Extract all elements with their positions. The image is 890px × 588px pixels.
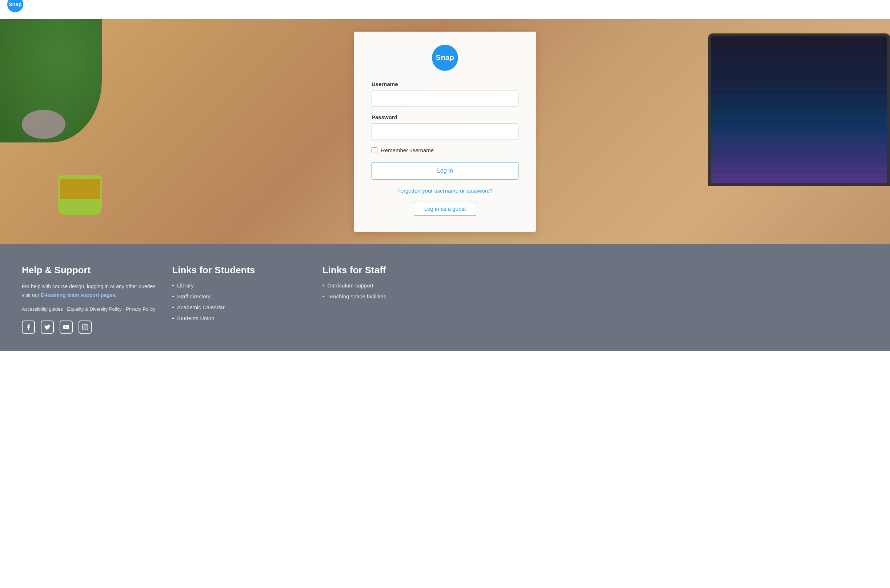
svg-point-2 [84, 326, 86, 328]
hero-section: Snap Username Password Remember username… [0, 19, 890, 244]
login-button[interactable]: Log in [372, 162, 518, 180]
footer-grid: Help & Support For help with course desi… [22, 265, 458, 334]
academic-calendar-link[interactable]: Academic Calendar [177, 304, 225, 310]
footer-help-title: Help & Support [22, 265, 158, 276]
username-label: Username [372, 81, 518, 87]
header: Snap [0, 0, 890, 19]
login-card: Snap Username Password Remember username… [354, 32, 536, 232]
login-logo: Snap [432, 45, 458, 71]
footer-staff-title: Links for Staff [323, 265, 458, 276]
decorative-laptop-screen [711, 36, 887, 183]
students-links-list: Library Staff directory Academic Calenda… [172, 282, 308, 322]
password-label: Password [372, 114, 518, 120]
decorative-cup [58, 175, 102, 215]
password-input[interactable] [372, 123, 518, 140]
footer-students-title: Links for Students [172, 265, 308, 276]
guest-login-button[interactable]: Log in as a guest [414, 202, 476, 216]
remember-checkbox[interactable] [372, 147, 377, 153]
header-logo[interactable]: Snap [7, 0, 23, 12]
youtube-icon[interactable] [60, 321, 73, 334]
accessibility-link[interactable]: Accessibility guides [22, 306, 63, 312]
list-item: Staff directory [172, 293, 308, 300]
forgot-password-link[interactable]: Forgotten your username or password? [398, 188, 493, 194]
username-input[interactable] [372, 90, 518, 107]
twitter-icon[interactable] [41, 321, 54, 334]
list-item: Curriculum support [323, 282, 458, 289]
list-item: Library [172, 282, 308, 289]
facebook-icon[interactable] [22, 321, 35, 334]
remember-label[interactable]: Remember username [381, 147, 434, 153]
curriculum-support-link[interactable]: Curriculum support [327, 282, 374, 288]
svg-point-3 [86, 325, 87, 326]
sep2: · [123, 306, 125, 312]
equality-diversity-link[interactable]: Equality & Diversity Policy [67, 306, 122, 312]
students-union-link[interactable]: Students Union [177, 315, 215, 321]
staff-links-list: Curriculum support Teaching space facili… [323, 282, 458, 300]
elearning-link[interactable]: E-learning team support pages. [41, 292, 117, 298]
list-item: Students Union [172, 315, 308, 322]
svg-rect-1 [83, 324, 88, 330]
remember-row: Remember username [372, 147, 518, 153]
footer-help-section: Help & Support For help with course desi… [22, 265, 158, 334]
teaching-space-link[interactable]: Teaching space facilities [327, 293, 386, 300]
sep1: · [65, 306, 66, 312]
footer-students-section: Links for Students Library Staff directo… [172, 265, 308, 334]
list-item: Teaching space facilities [323, 293, 458, 300]
footer-staff-section: Links for Staff Curriculum support Teach… [323, 265, 458, 334]
list-item: Academic Calendar [172, 304, 308, 311]
decorative-plant [0, 19, 102, 142]
privacy-link[interactable]: Privacy Policy [126, 306, 155, 312]
library-link[interactable]: Library [177, 282, 194, 288]
footer-policy-links: Accessibility guides · Equality & Divers… [22, 306, 158, 312]
username-group: Username [372, 81, 518, 107]
social-icons-group [22, 321, 158, 334]
footer: Help & Support For help with course desi… [0, 244, 890, 351]
staff-directory-link[interactable]: Staff directory [177, 293, 210, 300]
instagram-icon[interactable] [78, 321, 92, 334]
decorative-laptop [708, 33, 890, 186]
password-group: Password [372, 114, 518, 140]
footer-help-text: For help with course design, logging in … [22, 282, 158, 300]
